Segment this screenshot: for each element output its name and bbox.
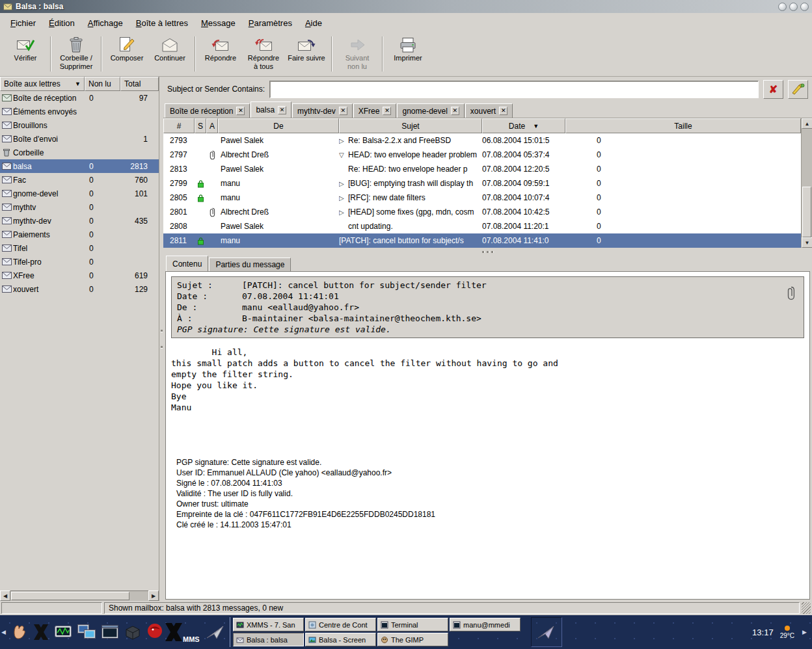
unread-column-header[interactable]: Non lu xyxy=(85,77,120,91)
scroll-right-icon[interactable]: ▶ xyxy=(148,590,159,601)
tab-balsa[interactable]: balsa✕ xyxy=(250,101,291,118)
thread-expander-icon[interactable]: ▷ xyxy=(339,209,348,216)
column-header-de[interactable]: De xyxy=(218,118,339,133)
toolbar-imprimer[interactable]: Imprimer xyxy=(386,34,429,74)
mailbox-row-bo-te-d-envoi[interactable]: Boîte d'envoi1 xyxy=(0,132,159,146)
mailbox-row-mythtv[interactable]: mythtv0 xyxy=(0,200,159,214)
mailbox-row-xouvert[interactable]: xouvert0129 xyxy=(0,282,159,296)
thread-expander-icon[interactable]: ▷ xyxy=(339,180,348,187)
mailbox-row-tifel[interactable]: Tifel0 xyxy=(0,241,159,255)
tab-close-icon[interactable]: ✕ xyxy=(383,107,391,115)
mailbox-column-header[interactable]: Boîte aux lettres▼ xyxy=(0,77,85,91)
apply-filter-button[interactable] xyxy=(788,80,808,99)
resize-grip-icon[interactable] xyxy=(802,602,811,614)
task-centre-de-cont[interactable]: Centre de Cont xyxy=(305,618,376,631)
launcher-dual-screens[interactable] xyxy=(75,616,98,648)
tab-mythtv-dev[interactable]: mythtv-dev✕ xyxy=(292,103,353,118)
mailbox-row-bo-te-de-r-ception[interactable]: Boîte de réception097 xyxy=(0,91,159,105)
column-header-date[interactable]: Date▼ xyxy=(482,118,565,133)
message-row-2801[interactable]: 2801Albrecht Dreß▷[HEAD] some fixes (gpg… xyxy=(163,205,801,219)
vscroll-track[interactable] xyxy=(802,129,812,237)
menu-fichier[interactable]: Fichier xyxy=(4,15,42,31)
preview-tab-parties-du-message[interactable]: Parties du message xyxy=(209,258,291,271)
task-balsa-balsa[interactable]: Balsa : balsa xyxy=(233,633,304,646)
preview-splitter[interactable] xyxy=(163,248,812,256)
message-row-2799[interactable]: 2799manu▷[BUG]: emptying trash will disp… xyxy=(163,176,801,191)
filter-input[interactable] xyxy=(269,81,759,98)
tab-close-icon[interactable]: ✕ xyxy=(499,107,508,115)
hscroll-thumb[interactable] xyxy=(11,592,129,600)
column-header-taille[interactable]: Taille xyxy=(565,118,801,133)
tab-close-icon[interactable]: ✕ xyxy=(451,107,459,115)
toolbar-v-rifier[interactable]: Vérifier xyxy=(4,34,47,74)
thread-expander-icon[interactable]: ▷ xyxy=(339,137,348,144)
tab-gnome-devel[interactable]: gnome-devel✕ xyxy=(397,103,464,118)
message-row-2797[interactable]: 2797Albrecht Dreß▽HEAD: two envelope hea… xyxy=(163,148,801,162)
menu-aide[interactable]: Aide xyxy=(299,15,329,31)
mailbox-row-corbeille[interactable]: Corbeille xyxy=(0,146,159,159)
task-balsa-screen[interactable]: Balsa - Screen xyxy=(305,633,376,646)
menu-message[interactable]: Message xyxy=(195,15,242,31)
mailbox-row-tifel-pro[interactable]: Tifel-pro0 xyxy=(0,255,159,269)
mailbox-row-l-ments-envoy-s[interactable]: Éléments envoyés xyxy=(0,105,159,118)
vscroll-thumb[interactable] xyxy=(802,187,811,237)
launcher-paper-plane[interactable] xyxy=(204,616,227,648)
toolbar-faire-suivre[interactable]: Faire suivre xyxy=(285,34,328,74)
column-header-[interactable]: # xyxy=(163,118,195,133)
mailbox-hscrollbar[interactable]: ◀ ▶ xyxy=(0,590,159,601)
scroll-down-icon[interactable]: ▼ xyxy=(802,237,812,248)
task-the-gimp[interactable]: The GIMP xyxy=(377,633,448,646)
minimize-button[interactable] xyxy=(778,3,787,11)
thread-expander-icon[interactable]: ▽ xyxy=(339,152,348,159)
menu-dition[interactable]: Édition xyxy=(42,15,81,31)
menu-param-tres[interactable]: Paramètres xyxy=(242,15,299,31)
message-row-2813[interactable]: 2813Pawel SalekRe: HEAD: two envelope he… xyxy=(163,162,801,176)
toolbar-r-pondre[interactable]: Répondre xyxy=(199,34,242,74)
message-vscrollbar[interactable]: ▲ ▼ xyxy=(801,118,812,248)
mailbox-row-mythtv-dev[interactable]: mythtv-dev0435 xyxy=(0,214,159,228)
message-row-2811[interactable]: 2811manu[PATCH]: cancel button for subje… xyxy=(163,233,801,248)
clear-filter-button[interactable]: ✘ xyxy=(763,80,783,99)
launcher-terminal[interactable] xyxy=(98,616,122,648)
tab-close-icon[interactable]: ✕ xyxy=(278,106,286,114)
weather-applet[interactable]: 29°C xyxy=(780,626,794,639)
titlebar[interactable]: Balsa : balsa xyxy=(0,0,812,13)
toolbar-r-pondre-tous[interactable]: Répondreà tous xyxy=(242,34,285,74)
task-terminal[interactable]: Terminal xyxy=(377,618,448,631)
thread-expander-icon[interactable]: ▷ xyxy=(339,194,348,202)
toolbar-corbeille-supprimer[interactable]: Corbeille /Supprimer xyxy=(55,34,98,74)
message-row-2805[interactable]: 2805manu▷[RFC]: new date filters07.08.20… xyxy=(163,191,801,205)
mailbox-row-brouillons[interactable]: Brouillons xyxy=(0,118,159,132)
mailbox-row-gnome-devel[interactable]: gnome-devel0101 xyxy=(0,187,159,200)
mailbox-row-xfree[interactable]: XFree0619 xyxy=(0,269,159,282)
total-column-header[interactable]: Total xyxy=(120,77,159,91)
tab-close-icon[interactable]: ✕ xyxy=(236,107,245,115)
column-header-a[interactable]: A xyxy=(206,118,218,133)
scroll-left-icon[interactable]: ◀ xyxy=(0,590,10,601)
message-row-2808[interactable]: 2808Pawel Salekcnt updating.07.08.2004 1… xyxy=(163,219,801,233)
tab-close-icon[interactable]: ✕ xyxy=(339,107,347,115)
close-button[interactable] xyxy=(800,3,809,11)
hscroll-track[interactable] xyxy=(10,590,148,601)
launcher-hand[interactable] xyxy=(7,616,31,648)
panel-scroll-right-icon[interactable]: ▶ xyxy=(801,629,808,635)
column-header-sujet[interactable]: Sujet xyxy=(339,118,482,133)
preview-tab-contenu[interactable]: Contenu xyxy=(166,256,208,271)
message-row-2793[interactable]: 2793Pawel Salek▷Re: Balsa-2.2.x and Free… xyxy=(163,133,801,148)
tab-xfree[interactable]: XFree✕ xyxy=(353,103,397,118)
launcher-xmms-monitor[interactable] xyxy=(51,616,75,648)
toolbar-composer[interactable]: Composer xyxy=(105,34,148,74)
launcher-package-box[interactable] xyxy=(122,616,144,648)
scroll-up-icon[interactable]: ▲ xyxy=(802,118,812,129)
task-manu-mmedi[interactable]: manu@mmedi xyxy=(450,618,521,631)
menu-bo-te-lettres[interactable]: Boîte à lettres xyxy=(129,15,195,31)
task-xmms-7-san[interactable]: XMMS - 7. San xyxy=(233,618,304,631)
mailbox-row-fac[interactable]: Fac0760 xyxy=(0,173,159,187)
panel-scroll-left-icon[interactable]: ◀ xyxy=(0,629,7,635)
menu-affichage[interactable]: Affichage xyxy=(81,15,129,31)
tab-bo-te-de-r-ception[interactable]: Boîte de réception✕ xyxy=(165,103,250,118)
attachment-icon[interactable] xyxy=(787,286,796,300)
clock-applet[interactable]: 13:17 29°C ▶ xyxy=(752,626,812,639)
launcher-mozilla-xmms[interactable]: MMS xyxy=(144,616,204,648)
maximize-button[interactable] xyxy=(789,3,798,11)
